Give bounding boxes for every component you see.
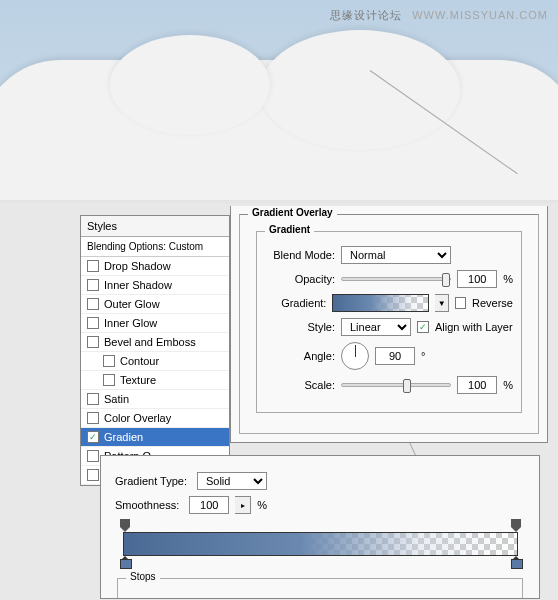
style-checkbox[interactable]	[87, 260, 99, 272]
opacity-slider[interactable]	[341, 277, 451, 281]
watermark: 思缘设计论坛 WWW.MISSYUAN.COM	[330, 8, 548, 23]
style-item-color-overlay[interactable]: Color Overlay	[81, 409, 229, 428]
opacity-stop[interactable]	[511, 519, 521, 531]
smoothness-row: Smoothness: ▸ %	[115, 496, 525, 514]
blend-mode-row: Blend Mode: Normal	[265, 246, 513, 264]
style-item-bevel-and-emboss[interactable]: Bevel and Emboss	[81, 333, 229, 352]
style-checkbox[interactable]	[87, 469, 99, 481]
style-select[interactable]: Linear	[341, 318, 411, 336]
style-checkbox[interactable]	[87, 336, 99, 348]
opacity-row: Opacity: %	[265, 270, 513, 288]
gradient-editor-panel: Gradient Type: Solid Smoothness: ▸ % Sto…	[100, 455, 540, 599]
style-label: Inner Glow	[104, 317, 157, 329]
style-checkbox[interactable]	[87, 317, 99, 329]
style-label: Style:	[265, 321, 335, 333]
watermark-cn: 思缘设计论坛	[330, 9, 402, 21]
fieldset-legend: Gradient	[265, 224, 314, 235]
gradient-overlay-fieldset: Gradient Overlay Gradient Blend Mode: No…	[239, 214, 539, 434]
align-checkbox[interactable]: ✓	[417, 321, 429, 333]
scale-input[interactable]	[457, 376, 497, 394]
styles-header[interactable]: Styles	[81, 216, 229, 237]
angle-input[interactable]	[375, 347, 415, 365]
style-checkbox[interactable]	[87, 279, 99, 291]
opacity-input[interactable]	[457, 270, 497, 288]
style-label: Contour	[120, 355, 159, 367]
style-item-outer-glow[interactable]: Outer Glow	[81, 295, 229, 314]
style-label: Gradien	[104, 431, 143, 443]
angle-row: Angle: °	[265, 342, 513, 370]
color-stop[interactable]	[120, 557, 130, 569]
align-label: Align with Layer	[435, 321, 513, 333]
style-label: Texture	[120, 374, 156, 386]
scale-row: Scale: %	[265, 376, 513, 394]
style-checkbox[interactable]	[87, 412, 99, 424]
style-item-texture[interactable]: Texture	[81, 371, 229, 390]
blending-options[interactable]: Blending Options: Custom	[81, 237, 229, 257]
watermark-url: WWW.MISSYUAN.COM	[412, 9, 548, 21]
smoothness-input[interactable]	[189, 496, 229, 514]
style-checkbox[interactable]: ✓	[87, 431, 99, 443]
style-item-gradient-overlay[interactable]: ✓Gradien	[81, 428, 229, 447]
color-stop[interactable]	[511, 557, 521, 569]
angle-dial[interactable]	[341, 342, 369, 370]
degree-label: °	[421, 350, 425, 362]
blend-mode-label: Blend Mode:	[265, 249, 335, 261]
style-item-satin[interactable]: Satin	[81, 390, 229, 409]
style-label: Satin	[104, 393, 129, 405]
percent-label: %	[503, 273, 513, 285]
stops-fieldset: Stops	[117, 578, 523, 598]
gradient-type-row: Gradient Type: Solid	[115, 472, 525, 490]
smoothness-label: Smoothness:	[115, 499, 179, 511]
style-item-inner-glow[interactable]: Inner Glow	[81, 314, 229, 333]
style-checkbox[interactable]	[103, 355, 115, 367]
style-item-drop-shadow[interactable]: Drop Shadow	[81, 257, 229, 276]
reverse-checkbox[interactable]	[455, 297, 466, 309]
percent-label: %	[257, 499, 267, 511]
scale-slider[interactable]	[341, 383, 451, 387]
blend-mode-select[interactable]: Normal	[341, 246, 451, 264]
gradient-type-label: Gradient Type:	[115, 475, 187, 487]
reverse-label: Reverse	[472, 297, 513, 309]
opacity-stop[interactable]	[120, 519, 130, 531]
opacity-label: Opacity:	[265, 273, 335, 285]
stops-legend: Stops	[126, 571, 160, 582]
gradient-row: Gradient: ▼ Reverse	[265, 294, 513, 312]
gradient-dropdown-icon[interactable]: ▼	[435, 294, 449, 312]
angle-label: Angle:	[265, 350, 335, 362]
style-label: Drop Shadow	[104, 260, 171, 272]
style-label: Inner Shadow	[104, 279, 172, 291]
style-checkbox[interactable]	[87, 298, 99, 310]
style-item-contour[interactable]: Contour	[81, 352, 229, 371]
gradient-overlay-panel: Gradient Overlay Gradient Blend Mode: No…	[230, 206, 548, 443]
gradient-bar[interactable]	[123, 532, 518, 556]
style-label: Outer Glow	[104, 298, 160, 310]
style-checkbox[interactable]	[87, 450, 99, 462]
gradient-label: Gradient:	[265, 297, 326, 309]
style-row: Style: Linear ✓ Align with Layer	[265, 318, 513, 336]
gradient-fieldset: Gradient Blend Mode: Normal Opacity: % G…	[256, 231, 522, 413]
style-checkbox[interactable]	[87, 393, 99, 405]
style-item-inner-shadow[interactable]: Inner Shadow	[81, 276, 229, 295]
fieldset-legend: Gradient Overlay	[248, 207, 337, 218]
smoothness-stepper-icon[interactable]: ▸	[235, 496, 251, 514]
background-cloud	[0, 60, 558, 200]
percent-label: %	[503, 379, 513, 391]
scale-label: Scale:	[265, 379, 335, 391]
gradient-preview[interactable]	[332, 294, 429, 312]
style-label: Bevel and Emboss	[104, 336, 196, 348]
styles-panel: Styles Blending Options: Custom Drop Sha…	[80, 215, 230, 486]
style-checkbox[interactable]	[103, 374, 115, 386]
style-label: Color Overlay	[104, 412, 171, 424]
gradient-type-select[interactable]: Solid	[197, 472, 267, 490]
